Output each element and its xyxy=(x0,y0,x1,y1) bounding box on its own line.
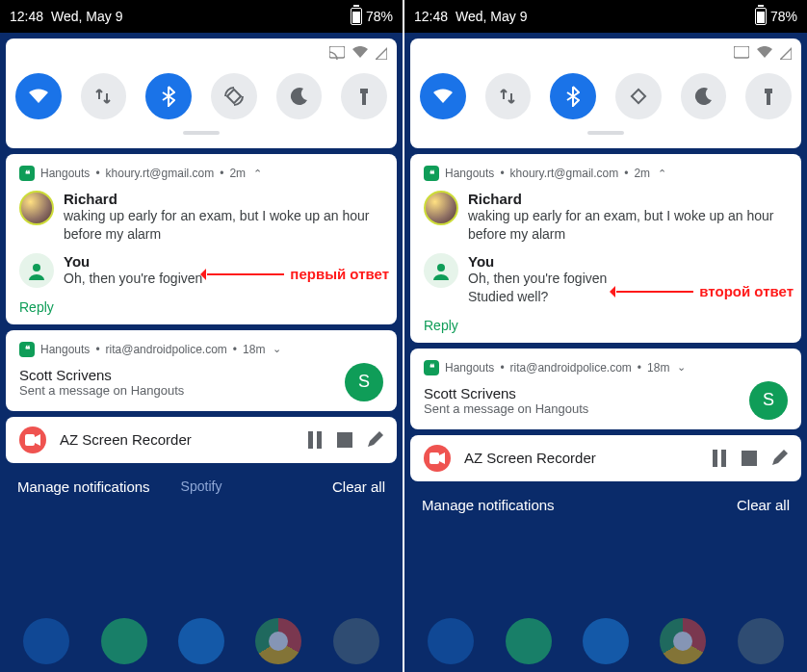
dock xyxy=(404,610,807,672)
battery-icon xyxy=(755,8,767,25)
svg-rect-17 xyxy=(742,451,757,466)
edit-button[interactable] xyxy=(366,431,383,449)
shade-handle[interactable] xyxy=(587,131,624,135)
chat-sender-name: Richard xyxy=(64,191,383,207)
qs-wifi-tile[interactable] xyxy=(15,73,62,119)
dock-camera-icon[interactable] xyxy=(583,618,629,664)
reply-button[interactable]: Reply xyxy=(19,299,383,315)
status-time: 12:48 xyxy=(10,9,43,24)
svg-rect-10 xyxy=(632,90,645,103)
annotation-first-reply: первый ответ xyxy=(207,266,389,282)
az-recorder-notification[interactable]: AZ Screen Recorder xyxy=(6,417,397,463)
hangouts-chat-notification[interactable]: ❝ Hangouts • khoury.rt@gmail.com • 2m ⌃ … xyxy=(6,154,397,324)
dock-chrome-icon[interactable] xyxy=(255,618,301,664)
hangouts-chat-notification[interactable]: ❝ Hangouts • khoury.rt@gmail.com • 2m ⌃ … xyxy=(410,154,801,343)
dock-pocketcasts-icon[interactable] xyxy=(333,618,379,664)
battery-percent: 78% xyxy=(366,9,393,24)
background-app-label: Spotify xyxy=(181,478,222,494)
qs-flashlight-tile[interactable] xyxy=(341,73,387,119)
manage-notifications-button[interactable]: Manage notifications xyxy=(422,497,555,513)
cast-icon xyxy=(734,46,749,60)
wifi-status-icon xyxy=(757,46,772,60)
chevron-down-icon[interactable]: ⌄ xyxy=(273,343,281,355)
bluetooth-icon xyxy=(162,86,175,107)
flashlight-icon xyxy=(357,86,371,107)
battery-percent: 78% xyxy=(770,9,797,24)
quick-settings-panel xyxy=(6,39,397,148)
pause-button[interactable] xyxy=(711,450,728,467)
battery-status: 78% xyxy=(351,8,393,25)
edit-button[interactable] xyxy=(770,450,788,467)
status-bar: 12:48 Wed, May 9 78% xyxy=(404,0,807,33)
dock xyxy=(0,610,403,672)
avatar-you xyxy=(19,253,54,288)
notification-header: ❝ Hangouts • khoury.rt@gmail.com • 2m ⌃ xyxy=(19,166,383,181)
svg-rect-12 xyxy=(767,93,770,105)
contact-avatar: S xyxy=(749,381,788,420)
notification-age: 18m xyxy=(243,343,265,356)
dock-phone-icon[interactable] xyxy=(428,618,474,664)
dock-chrome-icon[interactable] xyxy=(660,618,706,664)
battery-icon xyxy=(351,8,362,25)
notification-age: 2m xyxy=(634,167,650,180)
dock-whatsapp-icon[interactable] xyxy=(506,618,552,664)
notification-header: ❝ Hangouts • rita@androidpolice.com • 18… xyxy=(19,342,383,357)
status-date: Wed, May 9 xyxy=(51,9,122,24)
chat-sender-name: Richard xyxy=(468,191,788,207)
qs-wifi-tile[interactable] xyxy=(420,73,466,119)
dock-pocketcasts-icon[interactable] xyxy=(738,618,784,664)
contact-name: Scott Scrivens xyxy=(19,367,184,383)
chevron-up-icon[interactable]: ⌃ xyxy=(253,168,262,180)
qs-bluetooth-tile[interactable] xyxy=(550,73,596,119)
battery-status: 78% xyxy=(755,8,797,25)
notification-age: 18m xyxy=(647,361,669,375)
chevron-up-icon[interactable]: ⌃ xyxy=(658,168,666,180)
qs-bluetooth-tile[interactable] xyxy=(145,73,192,119)
chevron-down-icon[interactable]: ⌄ xyxy=(677,361,686,374)
recorder-icon xyxy=(424,445,451,472)
qs-data-tile[interactable] xyxy=(485,73,532,119)
shade-footer: Manage notifications Spotify Clear all xyxy=(0,463,403,510)
dock-whatsapp-icon[interactable] xyxy=(101,618,147,664)
wifi-icon xyxy=(28,88,49,105)
qs-flashlight-tile[interactable] xyxy=(745,73,792,119)
contact-avatar: S xyxy=(345,363,383,401)
chat-sender-name: You xyxy=(468,253,788,270)
cast-icon xyxy=(329,46,345,60)
hangouts-contact-notification[interactable]: ❝ Hangouts • rita@androidpolice.com • 18… xyxy=(410,349,801,429)
stop-button[interactable] xyxy=(337,432,352,448)
manage-notifications-button[interactable]: Manage notifications xyxy=(17,478,150,495)
signal-status-icon xyxy=(376,46,387,60)
shade-handle[interactable] xyxy=(183,131,220,135)
qs-dnd-tile[interactable] xyxy=(681,73,727,119)
notification-app-name: Hangouts xyxy=(445,167,494,180)
data-swap-icon xyxy=(94,87,112,106)
reply-button[interactable]: Reply xyxy=(424,318,788,333)
contact-subtitle: Sent a message on Hangouts xyxy=(19,383,184,398)
qs-rotate-tile[interactable] xyxy=(211,73,257,119)
clear-all-button[interactable]: Clear all xyxy=(332,478,385,495)
hangouts-icon: ❝ xyxy=(19,342,35,357)
notification-app-name: Hangouts xyxy=(40,343,90,356)
pause-button[interactable] xyxy=(306,431,324,449)
hangouts-icon: ❝ xyxy=(424,360,439,375)
svg-point-4 xyxy=(33,264,40,271)
signal-status-icon xyxy=(780,46,792,60)
phone-left: 12:48 Wed, May 9 78% xyxy=(0,0,403,672)
svg-rect-7 xyxy=(317,431,322,449)
phone-right: 12:48 Wed, May 9 78% ❝ Hangouts • kho xyxy=(404,0,807,672)
hangouts-icon: ❝ xyxy=(19,166,35,181)
stop-button[interactable] xyxy=(742,451,757,466)
svg-point-13 xyxy=(437,264,445,271)
hangouts-contact-notification[interactable]: ❝ Hangouts • rita@androidpolice.com • 18… xyxy=(6,330,397,411)
qs-dnd-tile[interactable] xyxy=(276,73,323,119)
dock-phone-icon[interactable] xyxy=(23,618,69,664)
qs-rotate-tile[interactable] xyxy=(615,73,662,119)
avatar-you xyxy=(424,253,458,288)
svg-rect-9 xyxy=(734,46,749,58)
qs-data-tile[interactable] xyxy=(81,73,127,119)
clear-all-button[interactable]: Clear all xyxy=(737,497,790,513)
dock-camera-icon[interactable] xyxy=(178,618,224,664)
moon-icon xyxy=(290,87,309,106)
az-recorder-notification[interactable]: AZ Screen Recorder xyxy=(410,435,801,481)
